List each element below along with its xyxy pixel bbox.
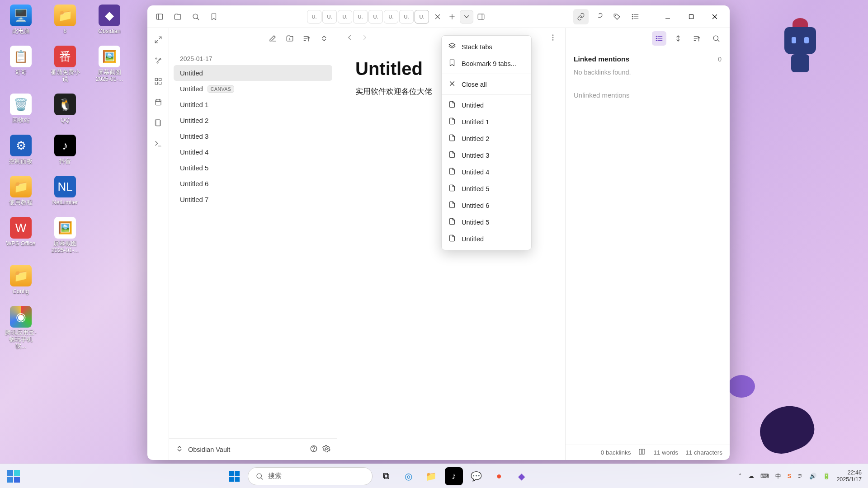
tray-ime-icon[interactable]: 中	[775, 472, 781, 480]
backlinks-sort[interactable]	[690, 31, 704, 46]
desktop-icon-config[interactable]: 📁Config	[5, 265, 37, 295]
more-options-button[interactable]	[549, 33, 557, 43]
unlinked-mentions-header[interactable]: Unlinked mentions	[574, 84, 722, 99]
taskbar-app-fanqie[interactable]: ●	[490, 467, 508, 485]
desktop-icon-control-panel[interactable]: ⚙控制面板	[5, 135, 37, 165]
desktop-icon-douyin[interactable]: ♪抖音	[49, 135, 81, 165]
desktop-icon-screenshot1[interactable]: 🖼️屏幕截图 2025-01-...	[93, 46, 126, 83]
settings-button[interactable]	[322, 445, 330, 455]
desktop-icon-netlimiter[interactable]: NLNetLimiter	[49, 176, 81, 206]
file-item[interactable]: Untitled 1	[174, 97, 332, 113]
desktop-icon-this-pc[interactable]: 🖥️此电脑	[5, 5, 37, 35]
desktop-icon-tutorial[interactable]: 📁使用教程	[5, 176, 37, 206]
desktop-icon-qq[interactable]: 🐧QQ	[49, 94, 81, 124]
doc-tab[interactable]: U.	[338, 10, 352, 23]
backlinks-collapse[interactable]	[671, 31, 685, 46]
new-tab-button[interactable]	[445, 10, 459, 23]
desktop-icon-wps[interactable]: WWPS Office	[5, 217, 37, 254]
taskbar-clock[interactable]: 22:462025/1/17	[836, 469, 862, 483]
menu-close-all[interactable]: Close all	[442, 76, 531, 93]
window-close[interactable]	[704, 8, 725, 25]
vault-chevron-icon[interactable]	[175, 445, 184, 455]
desktop-icon-obsidian[interactable]: ◆Obsidian	[93, 5, 126, 35]
desktop-icon-folder-8[interactable]: 📁8	[49, 5, 81, 35]
outline-button[interactable]	[627, 9, 643, 24]
sort-button[interactable]	[301, 32, 313, 45]
canvas-icon[interactable]	[153, 76, 164, 87]
file-item[interactable]: Untitled 7	[174, 192, 332, 207]
tabs-menu-file[interactable]: Untitled 5	[442, 214, 531, 230]
collapse-sidebar-button[interactable]	[152, 9, 167, 24]
tabs-menu-file[interactable]: Untitled 4	[442, 164, 531, 180]
tray-app-icon[interactable]: S	[788, 473, 792, 479]
tray-wifi-icon[interactable]: ⚞	[797, 473, 803, 479]
tabs-menu-file[interactable]: Untitled	[442, 230, 531, 247]
doc-tab[interactable]: U.	[322, 10, 337, 23]
taskbar-search[interactable]: 搜索	[248, 467, 373, 485]
backlinks-list-view[interactable]	[652, 31, 666, 46]
desktop-icon-gege[interactable]: 📋哥哥	[5, 46, 37, 83]
desktop-icon-screenshot2[interactable]: 🖼️屏幕截图 2025-01-...	[49, 217, 81, 254]
menu-stack-tabs[interactable]: Stack tabs	[442, 38, 531, 55]
nav-back-button[interactable]	[345, 33, 354, 43]
help-button[interactable]	[310, 445, 318, 455]
tray-keyboard-icon[interactable]: ⌨	[760, 473, 769, 479]
taskbar-app-explorer[interactable]: 📁	[422, 467, 440, 485]
tabs-menu-file[interactable]: Untitled 5	[442, 180, 531, 197]
vault-name[interactable]: Obsidian Vault	[188, 446, 305, 453]
task-view-button[interactable]: ⧉	[377, 467, 395, 485]
backlinks-search[interactable]	[709, 31, 723, 46]
doc-tab[interactable]: U.	[353, 10, 368, 23]
close-tab-button[interactable]	[431, 10, 444, 23]
widgets-button[interactable]	[4, 466, 24, 486]
taskbar-app-obsidian[interactable]: ◆	[513, 467, 531, 485]
reading-mode-icon[interactable]	[638, 448, 646, 457]
bookmarks-button[interactable]	[206, 9, 222, 24]
tabs-menu-file[interactable]: Untitled 2	[442, 130, 531, 147]
doc-tab[interactable]: U.	[384, 10, 398, 23]
file-item[interactable]: Untitled 5	[174, 160, 332, 176]
tabs-menu-file[interactable]: Untitled 6	[442, 197, 531, 214]
taskbar-app-tiktok[interactable]: ♪	[445, 467, 463, 485]
tags-button[interactable]	[609, 9, 625, 24]
vault-switcher-button[interactable]	[170, 9, 185, 24]
taskbar-app-edge[interactable]: ◎	[400, 467, 418, 485]
doc-tab-active[interactable]: U.	[415, 10, 429, 23]
tray-battery-icon[interactable]: 🔋	[823, 473, 830, 479]
outgoing-links-button[interactable]	[591, 9, 607, 24]
tab-list-dropdown[interactable]	[460, 10, 473, 23]
command-palette-icon[interactable]	[153, 138, 164, 149]
file-item[interactable]: Untitled 3	[174, 128, 332, 144]
doc-tab[interactable]: U.	[368, 10, 383, 23]
tabs-menu-file[interactable]: Untitled 1	[442, 113, 531, 130]
new-note-button[interactable]	[266, 32, 279, 45]
nav-forward-button[interactable]	[361, 33, 369, 43]
file-item[interactable]: UntitledCANVAS	[174, 81, 332, 97]
collapse-all-button[interactable]	[318, 32, 330, 45]
desktop-icon-tencent-appstore[interactable]: ◉腾讯应用宝-畅玩手机软...	[5, 306, 37, 350]
search-button[interactable]	[188, 9, 203, 24]
window-maximize[interactable]	[681, 8, 702, 25]
doc-tab[interactable]: U.	[307, 10, 321, 23]
taskbar-app-wechat[interactable]: 💬	[467, 467, 486, 485]
new-folder-button[interactable]	[283, 32, 296, 45]
graph-view-icon[interactable]	[153, 55, 164, 66]
file-item[interactable]: Untitled 4	[174, 144, 332, 160]
tray-chevron-icon[interactable]: ˄	[739, 473, 742, 479]
daily-note-icon[interactable]	[153, 97, 164, 108]
doc-tab[interactable]: U.	[399, 10, 414, 23]
start-button[interactable]	[225, 467, 243, 485]
linked-mentions-header[interactable]: Linked mentions	[574, 55, 629, 63]
menu-bookmark-tabs[interactable]: Bookmark 9 tabs...	[442, 55, 531, 72]
file-item[interactable]: Untitled 2	[174, 113, 332, 128]
tray-onedrive-icon[interactable]: ☁	[748, 473, 754, 479]
file-item[interactable]: Untitled	[174, 65, 332, 81]
desktop-icon-recycle[interactable]: 🗑️回收站	[5, 94, 37, 124]
desktop-icon-fanqie[interactable]: 番番茄免费小说	[49, 46, 81, 83]
file-item[interactable]: Untitled 6	[174, 176, 332, 192]
window-minimize[interactable]	[657, 8, 678, 25]
tabs-menu-file[interactable]: Untitled	[442, 97, 531, 113]
tabs-menu-file[interactable]: Untitled 3	[442, 147, 531, 164]
quick-switcher-icon[interactable]	[153, 34, 164, 45]
backlinks-toggle[interactable]	[573, 9, 589, 24]
